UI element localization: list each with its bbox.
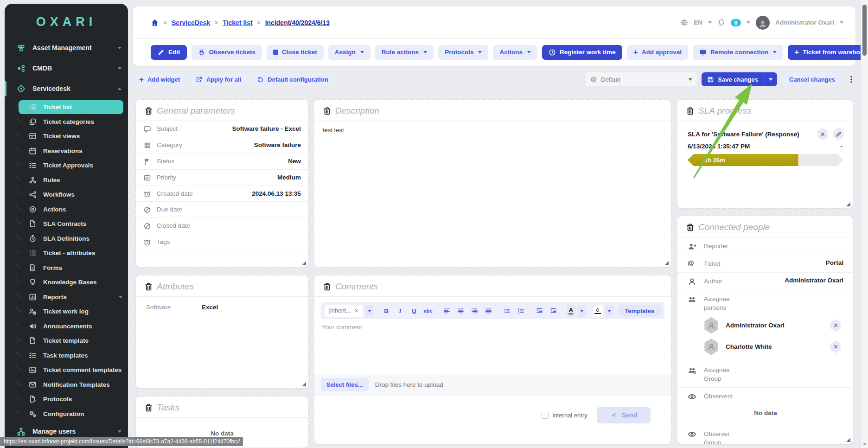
sidebar-item-actions[interactable]: Actions: [5, 202, 128, 217]
sidebar-item-protocols[interactable]: Protocols: [5, 392, 128, 407]
sidebar-item-configuration[interactable]: Configuration: [5, 407, 128, 422]
font-color-button[interactable]: A: [567, 305, 575, 317]
home-icon[interactable]: [151, 19, 159, 27]
remove-widget-icon[interactable]: [144, 403, 153, 412]
align-center-button[interactable]: [455, 305, 466, 317]
internal-entry-checkbox[interactable]: [542, 412, 549, 419]
scrollbar-thumb[interactable]: [862, 5, 867, 56]
kebab-menu-icon[interactable]: [847, 75, 855, 83]
resize-handle[interactable]: [302, 382, 306, 386]
chevron-down-icon[interactable]: [708, 21, 712, 24]
font-color-dropdown[interactable]: [578, 305, 586, 317]
add-widget-button[interactable]: + Add widget: [133, 73, 186, 86]
sidebar-item-ticket-categories[interactable]: Ticket categories: [5, 115, 128, 129]
sidebar-item-servicedesk[interactable]: Servicedesk: [5, 78, 128, 99]
sidebar-item-reports[interactable]: Reports: [5, 290, 128, 305]
indent-button[interactable]: [548, 305, 559, 317]
remove-widget-icon[interactable]: [144, 282, 153, 291]
sidebar-item-ticket-template[interactable]: Ticket template: [5, 333, 128, 348]
resize-handle[interactable]: [302, 261, 306, 265]
numbered-list-button[interactable]: 123: [515, 305, 527, 317]
font-family-select[interactable]: (inherit...: [325, 305, 363, 317]
sidebar-item-ticket-list[interactable]: Ticket list: [5, 100, 128, 115]
breadcrumb-current-ticket[interactable]: Incident/40/2024/6/13: [265, 19, 330, 26]
font-dropdown[interactable]: [365, 305, 374, 317]
sidebar-item-cmdb[interactable]: CMDB: [5, 58, 128, 78]
language-selector[interactable]: EN: [694, 19, 702, 26]
sidebar-item-rules[interactable]: Rules: [5, 173, 128, 188]
underline-button[interactable]: U: [408, 305, 420, 317]
sla-remove-button[interactable]: [817, 128, 829, 141]
remove-widget-icon[interactable]: [686, 223, 695, 232]
resize-handle[interactable]: [846, 438, 850, 442]
strikethrough-button[interactable]: abc: [422, 305, 434, 317]
sidebar-item-announcements[interactable]: Announcements: [5, 319, 128, 334]
rule-actions-button[interactable]: Rule actions: [375, 45, 434, 60]
bullet-list-button[interactable]: [501, 305, 513, 317]
remove-widget-icon[interactable]: [144, 107, 153, 115]
chevron-down-icon[interactable]: [747, 21, 750, 24]
breadcrumb-servicedesk[interactable]: ServiceDesk: [172, 19, 210, 26]
select-files-button[interactable]: Select files...: [321, 378, 369, 391]
sidebar-item-forms[interactable]: Forms: [5, 261, 128, 275]
sidebar-item-ticket-comment-templates[interactable]: Ticket comment templates: [5, 363, 128, 378]
save-changes-button[interactable]: Save changes: [702, 72, 777, 86]
user-name[interactable]: Administrator Oxari: [775, 19, 834, 26]
actions-button[interactable]: Actions: [493, 45, 537, 60]
sidebar-item-ticket-approvals[interactable]: Ticket Approvals: [5, 158, 128, 173]
sidebar-item-knowledge-bases[interactable]: Knowledge Bases: [5, 275, 128, 290]
align-left-button[interactable]: [441, 305, 453, 317]
highlight-color-button[interactable]: [593, 305, 603, 317]
comment-input[interactable]: [321, 319, 665, 374]
configuration-preset-select[interactable]: Default: [586, 72, 697, 86]
edit-button[interactable]: Edit: [151, 45, 187, 60]
outdent-button[interactable]: [534, 305, 545, 317]
sidebar-item-notification-templates[interactable]: Notification Templates: [5, 378, 128, 392]
clear-font-icon[interactable]: [354, 308, 359, 314]
file-upload-area[interactable]: Select files... Drop files here to uploa…: [314, 374, 671, 396]
sidebar-item-task-templates[interactable]: Task templates: [5, 348, 128, 363]
close-ticket-button[interactable]: Close ticket: [267, 45, 324, 60]
observe-tickets-button[interactable]: Observe tickets: [191, 45, 262, 60]
templates-button[interactable]: Templates: [619, 305, 661, 317]
remove-assignee-button[interactable]: [830, 319, 842, 332]
resize-handle[interactable]: [846, 202, 850, 206]
remote-connection-button[interactable]: Remote connection: [693, 45, 783, 60]
align-justify-button[interactable]: [483, 305, 494, 317]
sidebar-item-workflows[interactable]: Workflows: [5, 187, 128, 202]
sidebar-item-ticket-work-log[interactable]: Ticket work log: [5, 304, 128, 319]
sidebar-item-ticket-views[interactable]: Ticket views: [5, 129, 128, 144]
align-right-button[interactable]: [469, 305, 480, 317]
remove-widget-icon[interactable]: [323, 107, 332, 115]
sidebar-item-ticket-attributes[interactable]: Ticket - attributes: [5, 246, 128, 261]
gear-icon[interactable]: [680, 19, 688, 26]
protocols-button[interactable]: Protocols: [438, 45, 488, 60]
cancel-changes-button[interactable]: Cancel changes: [782, 72, 842, 86]
apply-for-all-button[interactable]: Apply for all: [190, 73, 247, 86]
avatar[interactable]: [756, 16, 770, 30]
sidebar-item-sla-definitions[interactable]: SLA Definitions: [5, 231, 128, 246]
bell-icon[interactable]: [717, 19, 725, 26]
remove-widget-icon[interactable]: [686, 107, 695, 115]
remove-widget-icon[interactable]: [323, 282, 332, 291]
add-approval-button[interactable]: + Add approval: [627, 45, 688, 60]
internal-entry-checkbox-wrap[interactable]: Internal entry: [542, 412, 587, 419]
resize-handle[interactable]: [664, 261, 669, 265]
highlight-color-dropdown[interactable]: [605, 305, 613, 317]
default-configuration-button[interactable]: Default configuration: [251, 73, 334, 86]
assign-button[interactable]: Assign: [328, 45, 370, 60]
italic-button[interactable]: I: [395, 305, 406, 317]
sidebar-item-sla-contracts[interactable]: SLA Contracts: [5, 217, 128, 231]
send-button[interactable]: Send: [597, 407, 651, 423]
save-dropdown[interactable]: [764, 78, 777, 81]
sidebar-item-reservations[interactable]: Reservations: [5, 144, 128, 159]
breadcrumb-ticket-list[interactable]: Ticket list: [223, 19, 252, 26]
sidebar-item-asset-management[interactable]: Asset Management: [5, 38, 128, 58]
sla-edit-button[interactable]: [832, 128, 844, 141]
scrollbar-down-arrow[interactable]: [863, 443, 867, 445]
remove-assignee-button[interactable]: [830, 340, 842, 353]
register-work-time-button[interactable]: Register work time: [542, 45, 622, 60]
bold-button[interactable]: B: [381, 305, 392, 317]
chevron-down-icon[interactable]: [840, 21, 843, 24]
ticket-from-warehouse-button[interactable]: + Ticket from warehouse: [788, 45, 868, 60]
